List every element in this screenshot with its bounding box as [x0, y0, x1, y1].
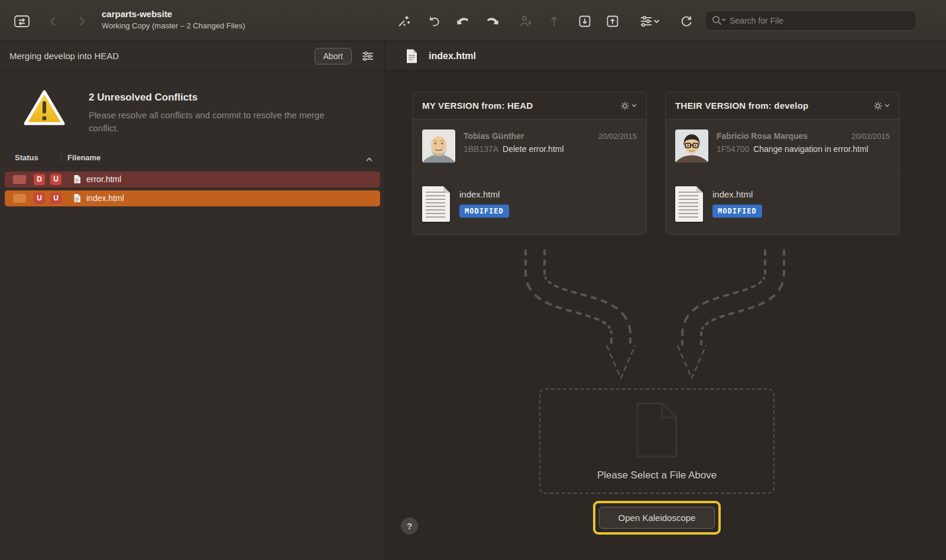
- import-box-icon[interactable]: [576, 12, 594, 30]
- undo-icon[interactable]: [426, 12, 443, 30]
- modified-badge: MODIFIED: [712, 205, 762, 218]
- file-table-header: Status Filename: [0, 149, 385, 166]
- my-version-card: MY VERSION from: HEAD: [412, 92, 647, 235]
- commit-hash: 1BB137A: [464, 144, 498, 154]
- forward-icon[interactable]: [72, 12, 90, 30]
- their-version-gear-icon[interactable]: [871, 99, 892, 113]
- file-row-error[interactable]: D U error.html: [5, 171, 380, 187]
- their-version-card-header: THEIR VERSION from: develop: [666, 92, 899, 119]
- merge-banner: Merging develop into HEAD Abort: [0, 41, 385, 71]
- conflict-file-list: D U error.html U U index.html: [0, 166, 385, 215]
- my-version-commit: Tobias Günther 20/02/2015 1BB137A Delete…: [413, 119, 646, 176]
- commit-author: Tobias Günther: [464, 131, 524, 141]
- back-icon[interactable]: [45, 12, 63, 30]
- selected-file-title: index.html: [429, 51, 476, 61]
- version-filename: index.html: [712, 189, 762, 199]
- status-badge: U: [50, 174, 61, 185]
- conflict-message: Please resolve all conflicts and commit …: [89, 109, 349, 135]
- repo-title-block: carparts-website Working Copy (master – …: [102, 9, 245, 30]
- my-version-title: MY VERSION from: HEAD: [422, 101, 533, 111]
- ghost-document-icon: [635, 402, 679, 458]
- stash-save-icon[interactable]: [454, 12, 472, 30]
- my-version-card-header: MY VERSION from: HEAD: [413, 92, 646, 119]
- commit-date: 20/02/2015: [851, 132, 890, 141]
- dropzone-hint: Please Select a File Above: [540, 470, 773, 481]
- my-version-gear-icon[interactable]: [618, 99, 639, 113]
- search-icon: [711, 15, 726, 27]
- toolbar: carparts-website Working Copy (master – …: [0, 0, 946, 41]
- export-box-icon[interactable]: [604, 12, 621, 30]
- status-badge: D: [34, 174, 45, 185]
- app-window: carparts-website Working Copy (master – …: [0, 0, 946, 560]
- my-version-file: index.html MODIFIED: [413, 176, 646, 232]
- their-version-card: THEIR VERSION from: develop: [665, 92, 900, 235]
- stash-apply-icon[interactable]: [484, 12, 501, 30]
- abort-merge-button[interactable]: Abort: [315, 48, 352, 64]
- commit-hash: 1F54700: [717, 144, 749, 154]
- search-input[interactable]: [730, 16, 910, 25]
- their-version-commit: Fabricio Rosa Marques 20/02/2015 1F54700…: [666, 119, 899, 176]
- help-button[interactable]: ?: [401, 517, 418, 535]
- conflict-title: 2 Unresolved Conflicts: [89, 92, 349, 103]
- merge-arrows-graphic: [385, 237, 946, 408]
- file-icon: [73, 174, 81, 184]
- conflict-text-block: 2 Unresolved Conflicts Please resolve al…: [89, 89, 349, 135]
- file-thumbnail: [675, 186, 703, 222]
- status-badge: U: [50, 193, 61, 204]
- file-thumbnail: [422, 186, 450, 222]
- warning-triangle-icon: [22, 89, 66, 128]
- commit-message: Change navigation in error.html: [753, 144, 869, 154]
- open-kaleidoscope-button[interactable]: Open Kaleidoscope: [599, 507, 715, 529]
- modified-badge: MODIFIED: [459, 205, 509, 218]
- commit-meta: Fabricio Rosa Marques 20/02/2015 1F54700…: [717, 130, 890, 176]
- merge-options-icon[interactable]: [359, 47, 377, 65]
- merge-result-dropzone: Please Select a File Above: [539, 389, 775, 494]
- their-version-title: THEIR VERSION from: develop: [675, 101, 808, 111]
- push-icon[interactable]: [545, 12, 563, 30]
- kaleidoscope-highlight-ring: Open Kaleidoscope: [593, 501, 721, 535]
- checkout-icon[interactable]: [517, 12, 534, 30]
- refresh-icon[interactable]: [678, 12, 695, 30]
- selected-file-header: index.html: [385, 41, 946, 71]
- commit-date: 20/02/2015: [598, 132, 637, 141]
- chevron-down-icon: [631, 103, 637, 108]
- column-divider: [61, 153, 61, 162]
- avatar: [675, 130, 708, 163]
- file-search-field: [705, 11, 916, 31]
- merge-banner-title: Merging develop into HEAD: [9, 51, 119, 61]
- file-row-index[interactable]: U U index.html: [5, 190, 380, 206]
- conflicts-panel: Merging develop into HEAD Abort 2: [0, 41, 385, 560]
- avatar: [422, 130, 455, 163]
- repo-name: carparts-website: [102, 9, 245, 19]
- repo-subtitle: Working Copy (master – 2 Changed Files): [102, 21, 245, 30]
- file-name: index.html: [86, 193, 124, 203]
- their-version-file: index.html MODIFIED: [666, 176, 899, 232]
- chevron-down-icon: [885, 103, 890, 108]
- column-filename[interactable]: Filename: [67, 153, 101, 162]
- chevron-down-icon: [653, 19, 660, 24]
- status-color-chip: [13, 194, 26, 203]
- conflict-warning-box: 2 Unresolved Conflicts Please resolve al…: [0, 71, 385, 149]
- commit-author: Fabricio Rosa Marques: [717, 131, 808, 141]
- status-badge: U: [34, 193, 45, 204]
- file-icon: [406, 48, 418, 64]
- file-name: error.html: [86, 174, 121, 184]
- status-color-chip: [13, 175, 26, 184]
- version-filename: index.html: [459, 189, 509, 199]
- column-status[interactable]: Status: [0, 153, 61, 162]
- merge-detail-panel: index.html MY VERSION from: HEAD: [385, 41, 946, 560]
- commit-meta: Tobias Günther 20/02/2015 1BB137A Delete…: [464, 130, 637, 176]
- filter-sliders-icon[interactable]: [636, 12, 662, 30]
- auto-stage-wand-icon[interactable]: [395, 12, 413, 30]
- file-icon: [73, 193, 81, 203]
- sort-chevron-icon[interactable]: [365, 155, 373, 164]
- commit-message: Delete error.html: [503, 144, 563, 154]
- repository-icon[interactable]: [11, 10, 33, 33]
